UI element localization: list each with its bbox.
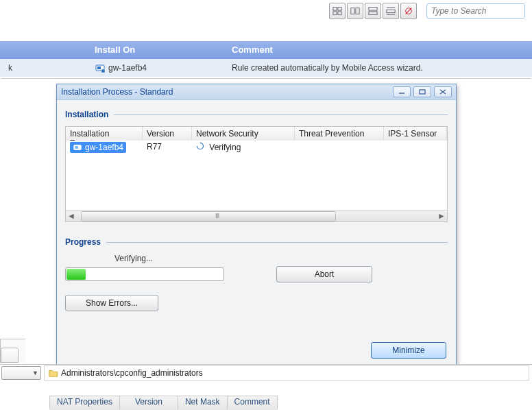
cell-target-text: gw-1aefb4 [85, 143, 123, 152]
scroll-tick-icon: Ⅲ [215, 213, 219, 219]
rules-grid-row[interactable]: k gw-1aefb4 Rule created automatically b… [0, 59, 532, 77]
svg-rect-8 [387, 10, 395, 12]
address-path: Administrators\cpconfig_administrators [61, 368, 203, 378]
svg-rect-2 [333, 12, 337, 14]
scroll-thumb[interactable] [81, 211, 336, 221]
svg-rect-16 [97, 67, 101, 69]
window-maximize-button[interactable] [413, 86, 431, 97]
group-progress: Progress [65, 237, 448, 247]
grid-cell-install-on-text: gw-1aefb4 [108, 63, 147, 73]
group-installation: Installation [65, 110, 448, 119]
svg-rect-6 [369, 8, 377, 10]
top-toolbar [0, 0, 532, 22]
svg-rect-4 [351, 8, 354, 14]
svg-rect-23 [75, 146, 78, 149]
install-table-head: Installation Targets Version Network Sec… [66, 127, 447, 141]
scroll-right-arrow[interactable]: ► [436, 210, 447, 221]
folder-icon [49, 369, 58, 377]
abort-button[interactable]: Abort [276, 266, 372, 282]
gateway-icon [73, 143, 82, 152]
progress-bar-fill [66, 269, 86, 280]
svg-rect-1 [338, 8, 341, 10]
search-box[interactable] [426, 3, 525, 19]
window-minimize-button[interactable] [393, 86, 411, 97]
rules-grid-header: Install On Comment [0, 41, 532, 59]
grid-cell-comment[interactable]: Rule created automatically by Mobile Acc… [223, 59, 532, 77]
cell-netsec: Verifying [192, 141, 295, 154]
svg-rect-3 [338, 12, 341, 14]
svg-rect-5 [356, 8, 359, 14]
install-dialog: Installation Process - Standard Installa… [56, 84, 457, 367]
footer-tabs: NAT Properties Version Net Mask Comment [49, 396, 529, 410]
cell-threat [295, 141, 384, 154]
toolbar-btn-2[interactable] [347, 3, 363, 19]
col-version[interactable]: Version [143, 127, 192, 141]
toolbar-btn-3[interactable] [365, 3, 381, 19]
progress-bar [65, 267, 224, 281]
toolbar-btn-1[interactable] [329, 3, 346, 19]
toolbar-btn-4[interactable] [383, 3, 399, 19]
svg-marker-24 [200, 142, 202, 143]
col-targets[interactable]: Installation Targets [66, 127, 143, 141]
address-row: ▼ Administrators\cpconfig_administrators [0, 365, 532, 381]
spinner-icon [196, 142, 204, 150]
group-installation-label: Installation [65, 110, 108, 119]
cell-target[interactable]: gw-1aefb4 [66, 141, 143, 154]
svg-rect-0 [333, 8, 337, 10]
show-errors-button[interactable]: Show Errors... [65, 295, 158, 311]
address-bar[interactable]: Administrators\cpconfig_administrators [44, 365, 529, 381]
svg-rect-17 [101, 69, 105, 73]
cell-netsec-text: Verifying [209, 143, 241, 152]
dialog-title: Installation Process - Standard [61, 87, 390, 97]
gateway-icon [95, 62, 106, 73]
chevron-down-icon: ▼ [32, 370, 38, 376]
grid-header-blank [0, 41, 86, 59]
footer-tab-netmask[interactable]: Net Mask [178, 396, 228, 410]
footer-tab-nat[interactable]: NAT Properties [49, 396, 120, 410]
install-table-hscrollbar[interactable]: ◄ Ⅲ ► [66, 210, 447, 221]
svg-rect-7 [369, 12, 377, 14]
footer-tab-version[interactable]: Version [119, 396, 178, 410]
progress-status-text: Verifying... [114, 254, 448, 263]
col-threat[interactable]: Threat Prevention [295, 127, 384, 141]
grid-header-install-on[interactable]: Install On [86, 41, 223, 59]
search-input[interactable] [430, 5, 532, 16]
grid-cell-blank: k [0, 59, 86, 77]
scroll-left-arrow[interactable]: ◄ [66, 210, 77, 221]
group-progress-label: Progress [65, 237, 101, 247]
install-table-row[interactable]: gw-1aefb4 R77 Verifying [66, 141, 447, 154]
cell-version: R77 [143, 141, 192, 154]
grid-header-comment[interactable]: Comment [223, 41, 532, 59]
cell-ips [384, 141, 447, 154]
col-netsec[interactable]: Network Security [192, 127, 295, 141]
left-tab-active[interactable] [1, 348, 19, 363]
window-close-button[interactable] [434, 86, 452, 97]
svg-rect-19 [420, 90, 425, 94]
dialog-titlebar[interactable]: Installation Process - Standard [57, 84, 456, 100]
address-combo[interactable]: ▼ [1, 366, 41, 380]
toolbar-btn-clear[interactable] [400, 3, 417, 19]
grid-cell-install-on[interactable]: gw-1aefb4 [86, 59, 223, 77]
install-targets-table: Installation Targets Version Network Sec… [65, 126, 448, 222]
grid-divider [1, 78, 531, 79]
footer-tab-comment[interactable]: Comment [227, 396, 278, 410]
minimize-button[interactable]: Minimize [371, 342, 446, 359]
col-ips[interactable]: IPS-1 Sensor [384, 127, 447, 141]
